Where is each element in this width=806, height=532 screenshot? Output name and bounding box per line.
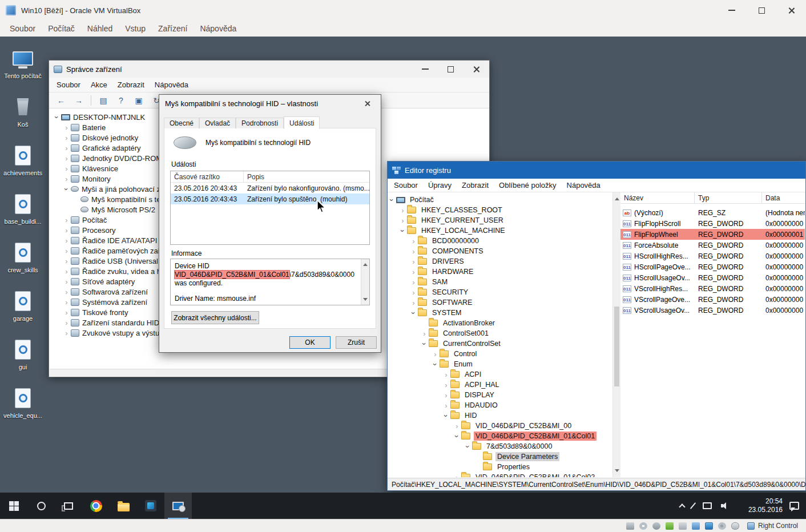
expand-arrow-icon[interactable]: ›: [63, 237, 70, 244]
expand-arrow-icon[interactable]: ›: [432, 350, 439, 358]
expand-arrow-icon[interactable]: ›: [442, 392, 450, 399]
registry-value-row[interactable]: 011VScrollPageOve...REG_DWORD0x00000000 …: [620, 294, 805, 305]
timestamp-column-header[interactable]: Časové razítko: [171, 171, 244, 182]
desktop-icon[interactable]: crew_skills: [1, 241, 45, 273]
regedit-menu-item[interactable]: Úpravy: [423, 179, 457, 192]
registry-value-row[interactable]: 011ForceAbsoluteREG_DWORD0x00000000 (0): [620, 240, 805, 251]
registry-tree-item[interactable]: Device Parameters: [388, 452, 612, 462]
expand-arrow-icon[interactable]: ›: [410, 299, 417, 307]
usb-status-icon[interactable]: [679, 522, 687, 530]
registry-tree-item[interactable]: ›DISPLAY: [388, 390, 612, 400]
data-column-header[interactable]: Data: [762, 192, 805, 203]
expand-arrow-icon[interactable]: ›: [388, 196, 396, 204]
network-status-icon[interactable]: [666, 522, 674, 530]
expand-arrow-icon[interactable]: ›: [410, 309, 417, 317]
expand-arrow-icon[interactable]: ›: [63, 186, 70, 193]
registry-tree-item[interactable]: ›SAM: [388, 277, 612, 287]
vbox-menu-item[interactable]: Náhled: [81, 22, 119, 35]
expand-arrow-icon[interactable]: ›: [63, 227, 70, 234]
video-capture-status-icon[interactable]: [718, 522, 726, 530]
dm-menu-item[interactable]: Akce: [86, 78, 112, 91]
optical-disc-status-icon[interactable]: [639, 522, 647, 530]
registry-tree-item[interactable]: ›ACPI: [388, 369, 612, 380]
registry-tree-item[interactable]: ›Control: [388, 349, 612, 359]
expand-arrow-icon[interactable]: ›: [410, 268, 417, 276]
desktop-icon[interactable]: achievements: [1, 144, 45, 176]
expand-arrow-icon[interactable]: ›: [442, 381, 450, 389]
registry-tree-item[interactable]: ›VID_046D&PID_C52B&MI_01&Col02: [388, 472, 612, 477]
vbox-minimize-button[interactable]: [717, 0, 747, 21]
taskbar-start-button[interactable]: [0, 493, 27, 519]
dm-minimize-button[interactable]: [412, 61, 438, 78]
taskbar-search-button[interactable]: [27, 493, 55, 519]
registry-tree-item[interactable]: ›HKEY_CLASSES_ROOT: [388, 205, 612, 215]
regedit-menu-item[interactable]: Oblíbené položky: [494, 179, 561, 192]
expand-arrow-icon[interactable]: ›: [53, 114, 61, 121]
expand-arrow-icon[interactable]: ›: [421, 330, 428, 337]
scroll-down-icon[interactable]: [363, 298, 368, 303]
event-row[interactable]: 23.05.2016 20:43:43Zařízení bylo spuštěn…: [171, 194, 369, 204]
action-center-icon[interactable]: [789, 502, 799, 510]
scroll-up-icon[interactable]: [363, 261, 368, 266]
dm-menu-item[interactable]: Soubor: [51, 78, 86, 91]
scrollbar-thumb[interactable]: [614, 307, 619, 386]
registry-value-row[interactable]: 011HScrollHighRes...REG_DWORD0x00000000 …: [620, 251, 805, 261]
registry-value-row[interactable]: 011HScrollUsageOv...REG_DWORD0x00000000 …: [620, 272, 805, 283]
vbox-menu-item[interactable]: Zařízení: [152, 22, 194, 35]
registry-tree-item[interactable]: Properties: [388, 462, 612, 472]
vbox-menu-item[interactable]: Počítač: [42, 22, 81, 35]
expand-arrow-icon[interactable]: ›: [63, 144, 70, 152]
vbox-close-button[interactable]: [776, 0, 806, 21]
expand-arrow-icon[interactable]: ›: [399, 227, 406, 235]
toolbar-show-button[interactable]: ▤: [96, 94, 111, 107]
registry-tree-scrollbar[interactable]: [612, 192, 620, 477]
expand-arrow-icon[interactable]: ›: [432, 361, 439, 368]
expand-arrow-icon[interactable]: ›: [464, 443, 471, 450]
type-column-header[interactable]: Typ: [695, 192, 762, 203]
registry-tree-item[interactable]: ›DRIVERS: [388, 256, 612, 267]
dm-menu-item[interactable]: Zobrazit: [112, 78, 150, 91]
registry-tree-item[interactable]: ›VID_046D&PID_C52B&MI_01&Col01: [388, 431, 612, 441]
desktop-icon[interactable]: Koš: [1, 95, 45, 128]
expand-arrow-icon[interactable]: ›: [410, 279, 417, 286]
expand-arrow-icon[interactable]: ›: [63, 319, 70, 327]
expand-arrow-icon[interactable]: ›: [410, 289, 417, 296]
tab-Ovladač[interactable]: Ovladač: [199, 118, 236, 128]
expand-arrow-icon[interactable]: ›: [453, 433, 461, 440]
expand-arrow-icon[interactable]: ›: [442, 402, 450, 409]
registry-tree-item[interactable]: ›COMPONENTS: [388, 246, 612, 256]
registry-tree-item[interactable]: ›SOFTWARE: [388, 297, 612, 308]
vbox-menu-item[interactable]: Nápověda: [194, 22, 243, 35]
expand-arrow-icon[interactable]: ›: [63, 165, 70, 172]
mouse-integration-status-icon[interactable]: [731, 522, 739, 530]
hidden-icons-chevron-icon[interactable]: [679, 503, 685, 510]
registry-tree-item[interactable]: ›HKEY_LOCAL_MACHINE: [388, 225, 612, 236]
dm-maximize-button[interactable]: [438, 61, 464, 78]
expand-arrow-icon[interactable]: ›: [410, 237, 417, 245]
dm-close-button[interactable]: [464, 61, 489, 78]
expand-arrow-icon[interactable]: ›: [442, 412, 450, 420]
display-status-icon[interactable]: [705, 522, 713, 530]
expand-arrow-icon[interactable]: ›: [63, 216, 70, 224]
tab-Obecné[interactable]: Obecné: [164, 118, 199, 128]
tab-Podrobnosti[interactable]: Podrobnosti: [236, 118, 284, 128]
taskbar-task-view-button[interactable]: [55, 493, 82, 519]
regedit-menu-item[interactable]: Soubor: [389, 179, 423, 192]
registry-value-row[interactable]: 011VScrollUsageOv...REG_DWORD0x00000000 …: [620, 305, 805, 316]
registry-tree-item[interactable]: ›SYSTEM: [388, 308, 612, 318]
taskbar-chrome-button[interactable]: [82, 493, 110, 519]
toolbar-back-button[interactable]: ←: [54, 94, 68, 107]
expand-arrow-icon[interactable]: ›: [63, 175, 70, 183]
name-column-header[interactable]: Název: [620, 192, 695, 203]
vbox-menu-item[interactable]: Soubor: [3, 22, 42, 35]
expand-arrow-icon[interactable]: ›: [63, 329, 70, 337]
expand-arrow-icon[interactable]: ›: [63, 257, 70, 265]
registry-tree-item[interactable]: ›HID: [388, 410, 612, 421]
expand-arrow-icon[interactable]: ›: [63, 155, 70, 162]
desktop-icon[interactable]: gui: [1, 338, 45, 370]
expand-arrow-icon[interactable]: ›: [399, 207, 406, 214]
desktop-icon[interactable]: vehicle_equ...: [1, 386, 45, 419]
expand-arrow-icon[interactable]: ›: [63, 268, 70, 275]
registry-tree-item[interactable]: ›SECURITY: [388, 287, 612, 297]
registry-tree-item[interactable]: ›VID_046D&PID_C52B&MI_00: [388, 421, 612, 431]
